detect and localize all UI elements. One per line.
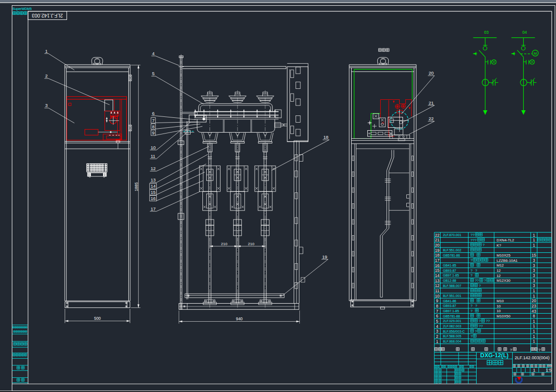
- svg-text:?: ?: [475, 304, 477, 308]
- svg-text:1: 1: [533, 329, 535, 334]
- svg-text:M12X30: M12X30: [497, 278, 511, 283]
- svg-text:M: M: [534, 51, 537, 56]
- svg-text:?: ?: [479, 319, 480, 323]
- svg-text:3: 3: [533, 278, 535, 283]
- svg-text:2LF.142.003(004): 2LF.142.003(004): [515, 355, 550, 360]
- svg-text:21: 21: [435, 238, 440, 242]
- svg-text:7: 7: [436, 309, 439, 314]
- svg-text:M10X50: M10X50: [497, 314, 511, 318]
- svg-text:8LF.868.004: 8LF.868.004: [443, 340, 461, 343]
- svg-text:1: 1: [533, 243, 535, 248]
- svg-text:210: 210: [221, 242, 228, 246]
- svg-text:15: 15: [532, 253, 537, 258]
- svg-text:?: ?: [510, 348, 512, 352]
- svg-text:11: 11: [435, 288, 440, 293]
- svg-text:?: ?: [475, 268, 477, 273]
- svg-text:1: 1: [533, 324, 535, 328]
- svg-text:??: ??: [486, 319, 489, 323]
- svg-text:?: ?: [470, 258, 472, 262]
- svg-text:8LF.588.005: 8LF.588.005: [443, 335, 461, 338]
- svg-text:5: 5: [152, 71, 154, 76]
- svg-text:8LF.551.002: 8LF.551.002: [443, 249, 461, 252]
- svg-text:9: 9: [436, 298, 439, 303]
- svg-text:15: 15: [151, 190, 156, 195]
- svg-text:1: 1: [436, 339, 439, 344]
- svg-text:K?: K?: [497, 243, 501, 248]
- svg-text:?: ?: [483, 243, 485, 247]
- svg-text:3: 3: [533, 283, 535, 288]
- svg-text:1: 1: [533, 238, 535, 242]
- svg-text:?: ?: [479, 284, 480, 288]
- svg-text:?: ?: [470, 304, 472, 308]
- svg-text:??: ??: [470, 233, 474, 237]
- svg-text:22: 22: [429, 116, 434, 121]
- svg-text:43: 43: [532, 309, 537, 314]
- svg-text:10: 10: [151, 145, 156, 150]
- svg-text:1: 1: [533, 319, 535, 324]
- svg-text:23: 23: [532, 304, 537, 308]
- svg-text:17: 17: [435, 258, 440, 263]
- svg-text:12: 12: [151, 166, 156, 171]
- svg-text:20: 20: [429, 70, 434, 76]
- svg-text:8: 8: [152, 124, 154, 129]
- svg-text:2: 2: [436, 334, 439, 339]
- svg-text:17: 17: [151, 206, 156, 211]
- svg-text:19: 19: [322, 254, 327, 259]
- svg-text:8: 8: [436, 304, 439, 308]
- svg-text:13: 13: [151, 177, 156, 182]
- svg-text:DXG-12(L): DXG-12(L): [480, 352, 509, 359]
- svg-text:20: 20: [435, 243, 440, 248]
- svg-text:5: 5: [436, 319, 439, 324]
- svg-text:?: ?: [484, 278, 486, 283]
- svg-text:4: 4: [436, 324, 439, 329]
- svg-text:GB5781-88: GB5781-88: [443, 315, 460, 318]
- svg-text:M10X25: M10X25: [497, 253, 511, 258]
- svg-text:8LF.656/003-C: 8LF.656/003-C: [443, 330, 465, 333]
- svg-text:2: 2: [45, 73, 48, 78]
- svg-text:3: 3: [45, 103, 48, 108]
- svg-text:940: 940: [236, 316, 242, 321]
- svg-text:8LF.551.001: 8LF.551.001: [443, 294, 461, 297]
- svg-text:12: 12: [497, 274, 501, 278]
- svg-text:12: 12: [435, 283, 440, 288]
- svg-text:16: 16: [151, 196, 156, 201]
- svg-text:8: 8: [533, 314, 535, 318]
- svg-text:GB12-88: GB12-88: [443, 279, 456, 282]
- svg-text:M10: M10: [497, 299, 504, 303]
- svg-text:3: 3: [533, 273, 535, 278]
- svg-text:19: 19: [435, 248, 440, 253]
- svg-text:3: 3: [533, 268, 535, 273]
- svg-text:9: 9: [152, 130, 154, 135]
- svg-text:210: 210: [248, 242, 255, 246]
- svg-text:12: 12: [497, 268, 501, 273]
- svg-text:2LF.J.142.003: 2LF.J.142.003: [32, 13, 63, 18]
- svg-text:21: 21: [429, 100, 434, 105]
- svg-text:7: 7: [152, 118, 154, 123]
- svg-text:GB97.1-85: GB97.1-85: [443, 274, 459, 277]
- svg-text:13: 13: [435, 278, 440, 283]
- svg-text:1: 1: [533, 339, 535, 344]
- svg-text:GB97.1-85: GB97.1-85: [443, 309, 459, 313]
- svg-text:20: 20: [532, 298, 537, 303]
- svg-text:6: 6: [152, 111, 154, 116]
- svg-text:1:5: 1:5: [546, 368, 551, 373]
- svg-text:GB41-85: GB41-85: [443, 264, 456, 267]
- svg-text:2LF.029.001: 2LF.029.001: [443, 319, 461, 323]
- svg-text:4: 4: [152, 51, 154, 56]
- svg-text:8LF.588.007: 8LF.588.007: [443, 284, 461, 287]
- svg-text:14: 14: [151, 183, 156, 189]
- svg-text:2LF.082.003: 2LF.082.003: [443, 325, 461, 328]
- svg-text:LZZB6-10A1: LZZB6-10A1: [497, 258, 518, 263]
- svg-text:1: 1: [533, 368, 535, 373]
- svg-text:10: 10: [497, 304, 501, 308]
- svg-text:M12: M12: [497, 263, 504, 268]
- svg-text:?: ?: [470, 273, 472, 277]
- svg-text:18: 18: [435, 253, 440, 258]
- svg-text:GB5781-86: GB5781-86: [443, 254, 460, 257]
- svg-text:10: 10: [435, 294, 440, 298]
- svg-text:03: 03: [484, 30, 489, 35]
- svg-text:1: 1: [533, 288, 535, 293]
- svg-text:1885: 1885: [134, 182, 139, 191]
- svg-text:SuperWDM5: SuperWDM5: [13, 7, 32, 11]
- svg-text:1: 1: [533, 233, 535, 238]
